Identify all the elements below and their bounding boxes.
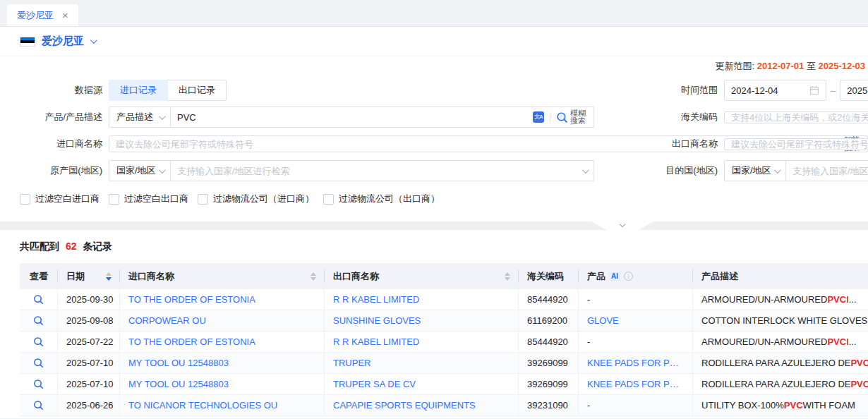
- fuzzy-search-label: 模糊搜索: [570, 109, 587, 125]
- origin-input[interactable]: [177, 166, 577, 176]
- destination-input-wrap: [785, 160, 868, 181]
- export-records-option[interactable]: 出口记录: [167, 80, 227, 101]
- table-row: 2025-07-22TO THE ORDER OF ESTONIAR R KAB…: [20, 332, 868, 353]
- row-product-desc: RODILLERA PARA AZULEJERO DE PVC: [693, 353, 868, 373]
- filter-checkbox-blank-exporter[interactable]: 过滤空白出口商: [109, 193, 188, 205]
- sort-icon-importer[interactable]: [311, 272, 316, 281]
- checkbox-label: 过滤空白进口商: [35, 193, 100, 205]
- product-type-select[interactable]: 产品描述: [109, 107, 171, 128]
- view-record-button[interactable]: [20, 353, 58, 373]
- exporter-link[interactable]: TRUPER: [333, 358, 370, 368]
- origin-label: 原产国(地区): [20, 164, 102, 177]
- destination-input[interactable]: [792, 166, 868, 176]
- row-hs-code: 85444920: [519, 289, 579, 310]
- checkbox-icon[interactable]: [109, 194, 119, 205]
- row-date: 2025-07-22: [58, 332, 120, 352]
- importer-link[interactable]: TO THE ORDER OF ESTONIA: [128, 336, 255, 347]
- product-link[interactable]: KNEE PADS FOR PVC T...: [587, 358, 684, 368]
- exporter-input-wrap: [724, 138, 868, 150]
- chevron-down-icon: [620, 221, 625, 227]
- row-hs-code: 85444920: [519, 332, 579, 352]
- filter-checkbox-logistics-importer[interactable]: 过滤物流公司（进口商）: [198, 193, 314, 205]
- col-header-importer[interactable]: 进口商名称: [120, 263, 325, 289]
- filter-checkbox-logistics-exporter[interactable]: 过滤物流公司（出口商）: [323, 193, 440, 205]
- row-product-cell: -: [579, 289, 693, 310]
- import-records-option[interactable]: 进口记录: [109, 80, 168, 101]
- col-header-date[interactable]: 日期: [58, 263, 120, 289]
- chevron-down-icon[interactable]: [90, 37, 97, 44]
- view-record-button[interactable]: [20, 395, 58, 415]
- exporter-link[interactable]: R R KABEL LIMITED: [333, 336, 419, 347]
- product-input[interactable]: [177, 112, 527, 123]
- row-product-cell: -: [579, 332, 693, 352]
- search-icon: [33, 358, 44, 368]
- summary-prefix: 共匹配到: [20, 241, 59, 252]
- exporter-input[interactable]: [731, 139, 868, 150]
- filter-checkbox-row: 过滤空白进口商 过滤空白出口商 过滤物流公司（进口商） 过滤物流公司（出口商）: [20, 193, 868, 205]
- update-range: 更新范围: 2012-07-01 至 2025-12-03: [20, 60, 868, 74]
- search-icon: [33, 379, 44, 389]
- origin-type-select[interactable]: 国家/地区: [109, 160, 171, 181]
- row-product-desc: RODILLERA PARA AZULEJERO DE PVC: [693, 374, 868, 394]
- results-count: 62: [66, 241, 77, 252]
- importer-link[interactable]: MY TOOL OU 12548803: [128, 358, 229, 368]
- col-header-exporter[interactable]: 出口商名称: [325, 263, 519, 289]
- exporter-link[interactable]: SUNSHINE GLOVES: [333, 315, 421, 326]
- date-end-input[interactable]: 2025-12-03: [840, 80, 868, 101]
- fuzzy-search-button[interactable]: 模糊搜索: [556, 109, 587, 125]
- importer-link[interactable]: MY TOOL OU 12548803: [128, 379, 229, 389]
- trade-data-app: 爱沙尼亚 × 爱沙尼亚 更新范围: 2012-07-01 至 2025-12-0…: [0, 0, 868, 419]
- sort-icon-date[interactable]: [106, 272, 111, 281]
- checkbox-icon[interactable]: [198, 194, 208, 205]
- destination-type-value: 国家/地区: [732, 164, 771, 177]
- row-product-desc: ARMOURED/UN-ARMOURED PVC I...: [693, 332, 868, 352]
- datasource-toggle: 进口记录 出口记录: [109, 80, 227, 101]
- view-record-button[interactable]: [20, 332, 58, 352]
- product-link[interactable]: GLOVE: [587, 315, 619, 326]
- hs-code-input[interactable]: [731, 112, 868, 123]
- table-row: 2025-09-08CORPOWEAR OUSUNSHINE GLOVES611…: [20, 310, 868, 332]
- exporter-link[interactable]: CAPAPIE SPORTS EQUIPMENTS: [333, 400, 476, 411]
- tab-estonia[interactable]: 爱沙尼亚 ×: [7, 4, 78, 26]
- date-start-input[interactable]: 2024-12-04: [724, 80, 826, 101]
- checkbox-icon[interactable]: [20, 194, 30, 205]
- desc-highlight: PVC: [784, 400, 803, 411]
- translate-icon[interactable]: 文A: [533, 111, 544, 123]
- tab-bar: 爱沙尼亚 ×: [0, 0, 868, 27]
- col-header-exporter-label: 出口商名称: [333, 270, 379, 283]
- importer-link[interactable]: TO NICANOR TECHNOLOGIES OU: [128, 400, 277, 411]
- destination-type-select[interactable]: 国家/地区: [724, 160, 786, 181]
- search-icon: [33, 400, 44, 411]
- exporter-link[interactable]: R R KABEL LIMITED: [333, 294, 419, 305]
- desc-text: UTILITY BOX-100%: [701, 400, 784, 411]
- table-row: 2025-06-26TO NICANOR TECHNOLOGIES OUCAPA…: [20, 395, 868, 416]
- product-link[interactable]: KNEE PADS FOR PVC T...: [587, 379, 684, 389]
- country-header: 爱沙尼亚: [0, 27, 868, 56]
- origin-input-wrap: [170, 160, 594, 181]
- importer-link[interactable]: TO THE ORDER OF ESTONIA: [128, 294, 255, 305]
- col-header-date-label: 日期: [66, 270, 85, 283]
- row-product: -: [587, 336, 590, 347]
- table-row: 2025-07-10MY TOOL OU 12548803TRUPER SA D…: [20, 374, 868, 395]
- search-icon: [33, 336, 44, 347]
- importer-link[interactable]: CORPOWEAR OU: [128, 315, 206, 326]
- date-start-value: 2024-12-04: [731, 85, 805, 96]
- row-date: 2025-06-26: [58, 395, 120, 415]
- product-search-group: 产品描述 文A 模糊搜索: [109, 107, 594, 128]
- close-icon[interactable]: ×: [62, 10, 68, 20]
- filter-checkbox-blank-importer[interactable]: 过滤空白进口商: [20, 193, 100, 205]
- time-range-label: 时间范围: [639, 84, 718, 97]
- tab-title: 爱沙尼亚: [17, 9, 54, 22]
- row-product-cell: KNEE PADS FOR PVC T...: [579, 374, 693, 394]
- view-record-button[interactable]: [20, 374, 58, 394]
- chevron-down-icon: [159, 113, 166, 120]
- view-record-button[interactable]: [20, 310, 58, 331]
- time-range-group: 时间范围 2024-12-04 – 2025-12-03: [639, 80, 868, 101]
- view-record-button[interactable]: [20, 289, 58, 310]
- filter-row-importer: 进口商名称 文A 智能搜索 出口商名称: [20, 133, 868, 154]
- checkbox-icon[interactable]: [323, 194, 334, 205]
- hs-code-group: 海关编码: [639, 107, 868, 128]
- sort-icon-exporter[interactable]: [505, 272, 510, 281]
- exporter-link[interactable]: TRUPER SA DE CV: [333, 379, 416, 389]
- info-icon[interactable]: i: [624, 272, 633, 281]
